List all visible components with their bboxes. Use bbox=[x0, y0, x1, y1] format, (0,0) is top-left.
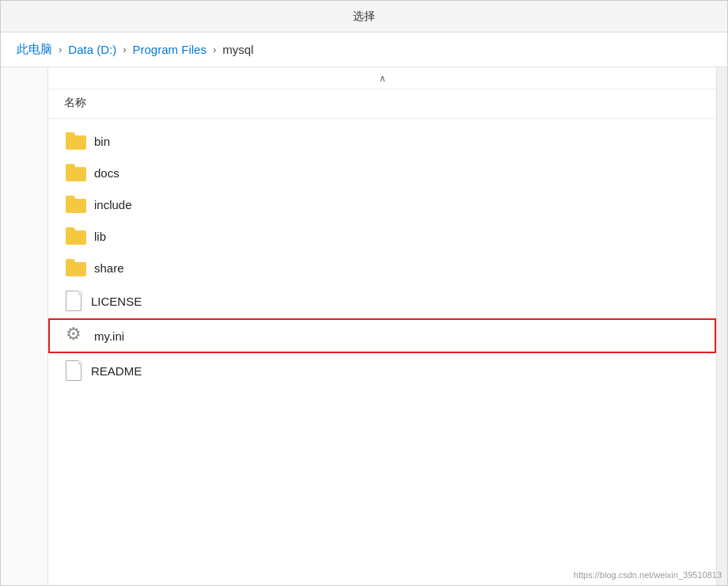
column-header: 名称 bbox=[48, 89, 716, 119]
right-scrollbar[interactable] bbox=[716, 67, 727, 585]
content-area: ∧ 名称 bindocsincludelibshareLICENSE⚙my.in… bbox=[1, 67, 727, 585]
breadcrumb-item-2[interactable]: Program Files bbox=[133, 43, 207, 56]
file-name-label: README bbox=[91, 364, 142, 378]
file-item[interactable]: ⚙my.ini bbox=[48, 318, 716, 353]
file-list: bindocsincludelibshareLICENSE⚙my.iniREAD… bbox=[48, 119, 716, 585]
file-name-label: lib bbox=[94, 230, 106, 243]
file-item[interactable]: share bbox=[48, 252, 716, 283]
breadcrumb-sep-0: › bbox=[59, 44, 62, 55]
file-name-label: include bbox=[94, 198, 132, 211]
breadcrumb-sep-1: › bbox=[123, 44, 126, 55]
column-name-label: 名称 bbox=[64, 96, 86, 108]
breadcrumb-item-3: mysql bbox=[222, 43, 253, 56]
scroll-up-arrow: ∧ bbox=[379, 73, 386, 84]
file-item[interactable]: bin bbox=[48, 125, 716, 157]
file-item[interactable]: docs bbox=[48, 157, 716, 188]
folder-icon bbox=[66, 132, 86, 150]
watermark: https://blog.csdn.net/weixin_39510813 bbox=[574, 570, 722, 580]
file-icon bbox=[66, 291, 83, 311]
breadcrumb-sep-2: › bbox=[213, 44, 216, 55]
file-name-label: LICENSE bbox=[91, 295, 142, 308]
file-item[interactable]: README bbox=[48, 353, 716, 388]
file-name-label: my.ini bbox=[94, 329, 124, 343]
window-container: 选择 此电脑 › Data (D:) › Program Files › mys… bbox=[0, 0, 728, 586]
top-bar-title: 选择 bbox=[353, 10, 375, 24]
breadcrumb-item-1[interactable]: Data (D:) bbox=[68, 43, 116, 56]
folder-icon bbox=[66, 259, 86, 276]
file-item[interactable]: include bbox=[48, 188, 716, 220]
ini-file-icon: ⚙ bbox=[66, 325, 86, 346]
file-item[interactable]: lib bbox=[48, 220, 716, 252]
folder-icon bbox=[66, 164, 86, 181]
breadcrumb-item-0[interactable]: 此电脑 bbox=[17, 42, 52, 57]
left-sidebar bbox=[1, 67, 48, 585]
file-icon bbox=[66, 360, 83, 381]
file-name-label: docs bbox=[94, 166, 119, 180]
folder-icon bbox=[66, 196, 86, 213]
file-name-label: bin bbox=[94, 135, 110, 148]
top-bar: 选择 bbox=[1, 1, 727, 32]
scroll-up-indicator[interactable]: ∧ bbox=[48, 67, 716, 89]
file-item[interactable]: LICENSE bbox=[48, 283, 716, 318]
breadcrumb-bar: 此电脑 › Data (D:) › Program Files › mysql bbox=[1, 32, 727, 67]
folder-icon bbox=[66, 227, 86, 245]
file-name-label: share bbox=[94, 261, 124, 275]
main-panel: ∧ 名称 bindocsincludelibshareLICENSE⚙my.in… bbox=[48, 67, 716, 585]
